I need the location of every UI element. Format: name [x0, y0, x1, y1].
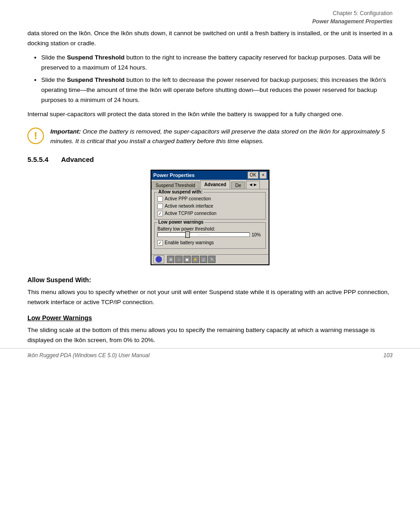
- slider-dots: · · · · · · · · · · · · · ·: [158, 233, 249, 236]
- slider-value: 10%: [252, 232, 263, 237]
- dialog-taskbar: ⊞ ♪ ▣ ⚡ ◫ ✎: [151, 254, 269, 264]
- checkbox-ppp[interactable]: [157, 196, 163, 202]
- checkbox-row-network: Active network interface: [157, 204, 263, 209]
- allow-suspend-text: This menu allows you to specify whether …: [27, 287, 393, 307]
- dialog-title: Power Properties: [153, 172, 194, 178]
- tab-arrow-button[interactable]: ◄►: [246, 181, 260, 189]
- checkbox-enable-warnings-label: Enable battery warnings: [165, 240, 214, 245]
- battery-threshold-label: Battery low power threshold:: [157, 226, 263, 231]
- chapter-header-line2: Power Management Properties: [27, 17, 393, 26]
- allow-suspend-group: Allow suspend with: Active PPP connectio…: [154, 192, 266, 220]
- battery-slider-track[interactable]: · · · · · · · · · · · · · ·: [157, 232, 250, 237]
- taskbar-icon-5: ◫: [200, 256, 207, 263]
- low-power-heading: Low Power Warnings: [27, 314, 393, 322]
- checkbox-enable-warnings[interactable]: [157, 240, 163, 246]
- section-number: 5.5.5.4: [27, 156, 48, 163]
- checkbox-row-enable-warnings: Enable battery warnings: [157, 240, 263, 246]
- taskbar-icon-4: ⚡: [192, 256, 199, 263]
- power-properties-dialog: Power Properties OK × Suspend Threshold …: [151, 170, 269, 265]
- bullet-item-1: Slide the Suspend Threshold button to th…: [41, 53, 393, 72]
- battery-slider-row: · · · · · · · · · · · · · · 10%: [157, 232, 263, 237]
- dialog-container: Power Properties OK × Suspend Threshold …: [27, 170, 393, 265]
- allow-suspend-group-title: Allow suspend with:: [157, 189, 204, 194]
- dialog-close-button[interactable]: ×: [259, 172, 267, 179]
- taskbar-icon-3: ▣: [183, 256, 191, 263]
- bullet-list: Slide the Suspend Threshold button to th…: [41, 53, 393, 105]
- bullet-2-prefix: Slide the: [41, 76, 67, 83]
- chapter-header: Chapter 5: Configuration Power Managemen…: [27, 9, 393, 26]
- intro-paragraph: data stored on the Ikôn. Once the Ikôn s…: [27, 28, 393, 48]
- section-heading: 5.5.5.4 Advanced: [27, 156, 393, 163]
- bullet-2-bold: Suspend Threshold: [67, 76, 124, 83]
- important-box: ! Important: Once the battery is removed…: [27, 127, 393, 146]
- footer-left: Ikôn Rugged PDA (Windows CE 5.0) User Ma…: [27, 352, 150, 359]
- bullet-1-prefix: Slide the: [41, 54, 67, 61]
- tab-de-label: De: [235, 183, 241, 188]
- section-title: Advanced: [61, 156, 94, 163]
- dialog-content: Allow suspend with: Active PPP connectio…: [151, 189, 269, 254]
- dialog-tabs: Suspend Threshold Advanced De ◄►: [151, 180, 269, 189]
- low-power-group: Low power warnings Battery low power thr…: [154, 222, 266, 249]
- dialog-titlebar: Power Properties OK ×: [151, 171, 269, 180]
- important-body: Once the battery is removed, the super-c…: [50, 128, 385, 145]
- checkbox-row-tcpip: Active TCP/IP connection: [157, 211, 263, 216]
- allow-suspend-heading: Allow Suspend With:: [27, 276, 393, 284]
- dialog-ok-button[interactable]: OK: [248, 172, 258, 179]
- checkbox-ppp-label: Active PPP connection: [165, 196, 211, 201]
- tab-de[interactable]: De: [231, 182, 245, 189]
- checkbox-tcpip[interactable]: [157, 211, 163, 216]
- tab-suspend-threshold-label: Suspend Threshold: [156, 183, 195, 188]
- tab-suspend-threshold[interactable]: Suspend Threshold: [151, 182, 199, 189]
- important-text: Important: Once the battery is removed, …: [50, 127, 393, 146]
- taskbar-icon-1: ⊞: [167, 256, 174, 263]
- footer-right: 103: [383, 352, 393, 359]
- bullet-item-2: Slide the Suspend Threshold button to th…: [41, 75, 393, 105]
- chapter-header-line1: Chapter 5: Configuration: [27, 9, 393, 17]
- taskbar-icons: ⊞ ♪ ▣ ⚡ ◫ ✎: [167, 256, 215, 263]
- page-footer: Ikôn Rugged PDA (Windows CE 5.0) User Ma…: [0, 348, 420, 359]
- warning-icon: !: [27, 128, 44, 144]
- checkbox-network-label: Active network interface: [165, 204, 213, 209]
- checkbox-network[interactable]: [157, 204, 163, 209]
- start-icon: [156, 256, 162, 263]
- bullet-1-bold: Suspend Threshold: [67, 54, 124, 61]
- checkbox-tcpip-label: Active TCP/IP connection: [165, 211, 216, 216]
- important-label: Important:: [50, 128, 81, 135]
- tab-advanced[interactable]: Advanced: [200, 180, 231, 189]
- dialog-titlebar-buttons: OK ×: [248, 172, 267, 179]
- start-button[interactable]: [153, 255, 164, 263]
- slider-thumb[interactable]: [185, 231, 190, 238]
- tab-arrow-icon: ◄►: [248, 182, 258, 187]
- taskbar-icon-6: ✎: [208, 256, 215, 263]
- capacitor-paragraph: Internal super-capacitors will protect t…: [27, 109, 393, 119]
- low-power-group-title: Low power warnings: [157, 220, 205, 225]
- low-power-text: The sliding scale at the bottom of this …: [27, 325, 393, 345]
- tab-advanced-label: Advanced: [205, 182, 226, 187]
- taskbar-icon-2: ♪: [175, 256, 183, 263]
- checkbox-row-ppp: Active PPP connection: [157, 196, 263, 202]
